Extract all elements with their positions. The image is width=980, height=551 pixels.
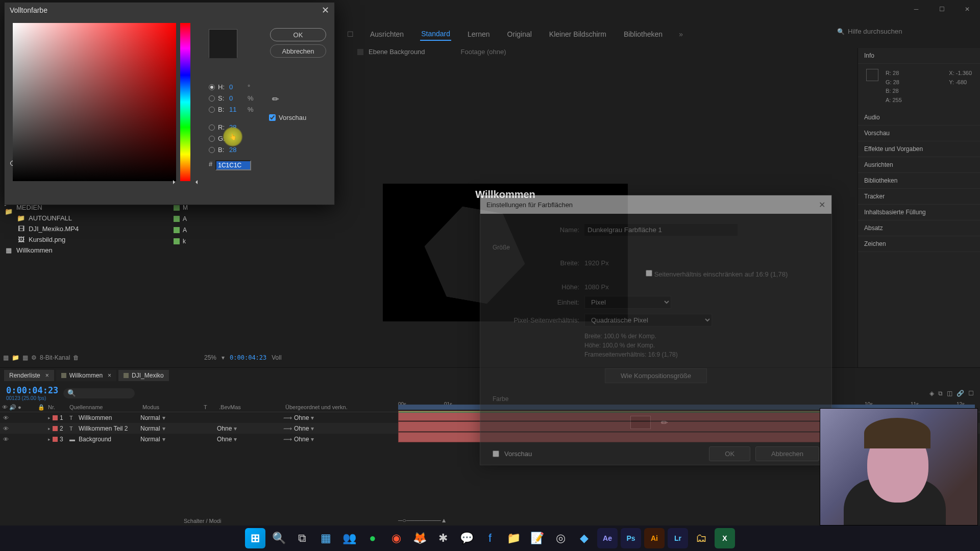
timeline-timecode[interactable]: 0:00:04:23: [6, 385, 58, 395]
parent-pickwhip-icon[interactable]: ⟿: [283, 414, 292, 421]
panel-audio[interactable]: Audio: [858, 110, 980, 126]
solid-unit-select[interactable]: Pixel: [584, 296, 671, 309]
taskbar-search[interactable]: 🔍: [268, 528, 289, 548]
taskbar-firefox[interactable]: 🦊: [409, 528, 430, 548]
taskbar-taskview[interactable]: ⧉: [292, 528, 312, 548]
visibility-toggle[interactable]: 👁: [3, 415, 9, 421]
taskbar-widgets[interactable]: ▦: [315, 528, 336, 548]
taskbar-afterfx[interactable]: Ae: [597, 528, 618, 548]
taskbar-brave[interactable]: ◉: [386, 528, 406, 548]
taskbar-lightroom[interactable]: Lr: [668, 528, 688, 548]
radio-g[interactable]: [209, 136, 215, 142]
h-value[interactable]: 0: [229, 83, 244, 91]
taskbar-obs[interactable]: ◎: [550, 528, 571, 548]
help-search-input[interactable]: [848, 28, 950, 35]
project-item-autounfall[interactable]: 📁AUTOUNFALL: [3, 213, 197, 223]
project-item-willkommen[interactable]: ▦Willkommen: [3, 245, 197, 256]
blend-mode-select[interactable]: Normal: [140, 414, 160, 421]
taskbar-photoshop[interactable]: Ps: [621, 528, 641, 548]
ok-button[interactable]: OK: [270, 28, 326, 41]
panel-vorschau[interactable]: Vorschau: [858, 126, 980, 141]
expand-arrow[interactable]: ▸: [48, 415, 51, 420]
b-value[interactable]: 11: [229, 106, 244, 113]
ws-ausrichten[interactable]: Ausrichten: [369, 28, 405, 40]
track-matte-select[interactable]: Ohne: [217, 436, 232, 443]
taskbar-excel[interactable]: X: [715, 528, 735, 548]
panel-effekte[interactable]: Effekte und Vorgaben: [858, 141, 980, 157]
comp-size-button[interactable]: Wie Kompositionsgröße: [605, 368, 707, 383]
taskbar-teams[interactable]: 👥: [339, 528, 359, 548]
tab-renderliste[interactable]: Renderliste×: [4, 370, 54, 381]
taskbar-folder[interactable]: 🗂: [691, 528, 712, 548]
start-button[interactable]: ⊞: [245, 528, 265, 548]
ws-kleiner[interactable]: Kleiner Bildschirm: [548, 28, 607, 40]
schalter-modi[interactable]: Schalter / Modi: [184, 518, 221, 524]
sv-cursor[interactable]: [10, 161, 15, 166]
parent-pickwhip-icon[interactable]: ⟿: [283, 425, 292, 432]
minimize-button[interactable]: ─: [903, 0, 929, 18]
close-icon[interactable]: ×: [108, 372, 111, 379]
panel-absatz[interactable]: Absatz: [858, 220, 980, 236]
panel-tracker[interactable]: Tracker: [858, 189, 980, 205]
taskbar-illustrator[interactable]: Ai: [644, 528, 665, 548]
hex-field[interactable]: [215, 160, 251, 170]
tab-willkommen[interactable]: Willkommen×: [56, 370, 116, 381]
adjust-icon[interactable]: ⚙: [31, 354, 37, 361]
blend-mode-select[interactable]: Normal: [140, 425, 160, 432]
radio-bl[interactable]: [209, 147, 215, 153]
track-matte-select[interactable]: Ohne: [217, 425, 232, 432]
new-comp-icon[interactable]: ▦: [22, 354, 28, 361]
taskbar-notes[interactable]: 📝: [527, 528, 547, 548]
parent-select[interactable]: Ohne: [294, 425, 309, 432]
taskbar-facebook[interactable]: f: [480, 528, 500, 548]
timeline-search[interactable]: [63, 388, 135, 398]
delete-icon[interactable]: 🗑: [73, 354, 79, 361]
expand-arrow[interactable]: ▸: [48, 426, 51, 431]
tl-btn[interactable]: ◈: [929, 390, 934, 397]
panel-fuellung[interactable]: Inhaltsbasierte Füllung: [858, 205, 980, 220]
s-value[interactable]: 0: [229, 94, 244, 102]
close-icon[interactable]: ✕: [819, 200, 825, 210]
panel-ausrichten[interactable]: Ausrichten: [858, 157, 980, 173]
viewer-res[interactable]: Voll: [272, 354, 281, 361]
tl-btn[interactable]: ☐: [968, 390, 974, 397]
expand-arrow[interactable]: ▸: [48, 437, 51, 442]
interpret-icon[interactable]: ▦: [3, 354, 9, 361]
panel-bibliotheken[interactable]: Bibliotheken: [858, 173, 980, 189]
visibility-toggle[interactable]: 👁: [3, 425, 9, 432]
taskbar-app[interactable]: ✱: [433, 528, 453, 548]
ws-lernen[interactable]: Lernen: [467, 28, 491, 40]
aspect-lock-checkbox[interactable]: [646, 270, 652, 277]
viewer-zoom[interactable]: 25%: [204, 354, 216, 361]
saturation-value-box[interactable]: [13, 23, 176, 181]
new-folder-icon[interactable]: 📁: [12, 354, 19, 361]
blend-mode-select[interactable]: Normal: [140, 436, 160, 443]
ws-original[interactable]: Original: [506, 28, 533, 40]
label-swatch[interactable]: [53, 437, 58, 442]
project-item-kursbild[interactable]: 🖼Kursbild.png: [3, 234, 197, 245]
radio-b[interactable]: [209, 107, 215, 113]
taskbar-whatsapp[interactable]: ●: [362, 528, 383, 548]
solid-preview-checkbox[interactable]: [493, 450, 499, 457]
close-icon[interactable]: ×: [45, 372, 49, 379]
hue-slider[interactable]: [180, 23, 190, 181]
tl-btn[interactable]: ⧉: [938, 390, 943, 397]
preview-checkbox[interactable]: [269, 114, 276, 121]
ws-bibliotheken[interactable]: Bibliotheken: [623, 28, 664, 40]
radio-s[interactable]: [209, 95, 215, 102]
solid-height[interactable]: 1080 Px: [584, 283, 609, 291]
solid-ok-button[interactable]: OK: [709, 446, 750, 461]
eyedropper-icon[interactable]: ✎: [658, 417, 670, 429]
parent-select[interactable]: Ohne: [294, 414, 309, 421]
visibility-toggle[interactable]: 👁: [3, 436, 9, 442]
info-panel-header[interactable]: Info: [858, 48, 980, 64]
project-item-mexiko[interactable]: 🎞DJI_Mexiko.MP4: [3, 223, 197, 234]
solid-name-field[interactable]: [584, 224, 738, 236]
tl-btn[interactable]: 🔗: [957, 390, 964, 397]
maximize-button[interactable]: ☐: [929, 0, 954, 18]
taskbar-explorer[interactable]: 📁: [503, 528, 524, 548]
taskbar-app2[interactable]: ◆: [574, 528, 594, 548]
solid-width[interactable]: 1920 Px: [584, 259, 609, 267]
radio-h[interactable]: [209, 84, 215, 90]
close-icon[interactable]: ✕: [322, 5, 329, 16]
